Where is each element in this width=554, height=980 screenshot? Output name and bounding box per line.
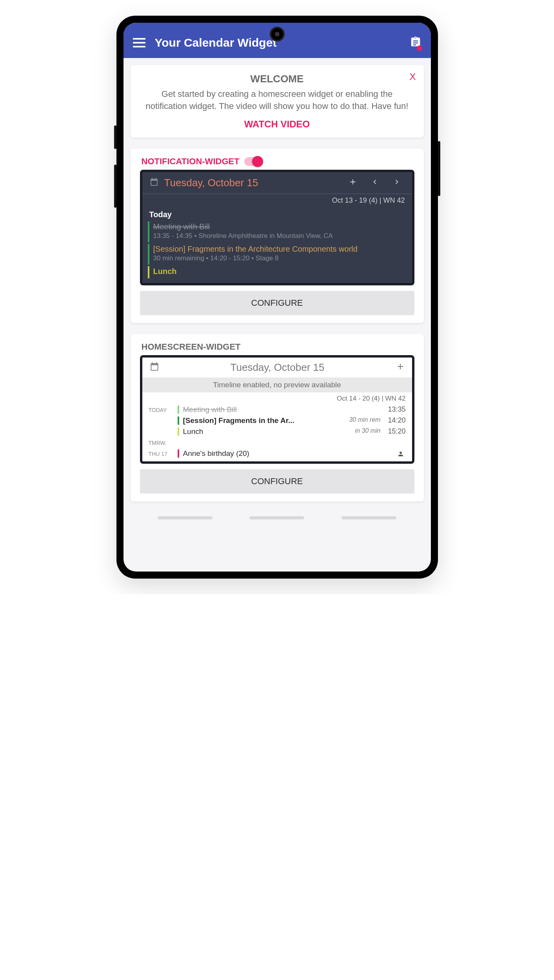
add-icon[interactable]: [345, 178, 361, 188]
notification-widget-preview: Tuesday, October 15 Oct 13 - 19 (4) | WN…: [140, 170, 414, 285]
notification-toggle[interactable]: [244, 157, 262, 166]
event-time: 13:35: [385, 405, 406, 414]
configure-homescreen-button[interactable]: CONFIGURE: [140, 469, 414, 494]
calendar-icon: [149, 177, 159, 188]
day-label: [149, 427, 174, 429]
event-title: Meeting with Bill: [153, 222, 407, 231]
event-note: 30 min rem: [345, 416, 381, 423]
event-title: [Session] Fragments in the Architecture …: [153, 245, 407, 254]
notification-widget-card: NOTIFICATION-WIDGET Tuesday, October 15: [131, 149, 424, 323]
event-item[interactable]: Meeting with Bill13:35 - 14:35 • Shoreli…: [148, 221, 407, 242]
homescreen-widget-card: HOMESCREEN-WIDGET Tuesday, October 15 Ti…: [131, 334, 424, 501]
event-item[interactable]: [Session] Fragments in the Architecture …: [148, 244, 407, 265]
welcome-body: Get started by creating a homescreen wid…: [140, 88, 414, 113]
configure-notification-button[interactable]: CONFIGURE: [140, 291, 414, 315]
calendar-icon: [149, 361, 160, 373]
notification-widget-label: NOTIFICATION-WIDGET: [142, 156, 240, 167]
event-color-bar: [178, 405, 179, 414]
close-icon[interactable]: X: [409, 71, 416, 82]
notification-dot: [417, 45, 422, 51]
widget-range: Oct 14 - 20 (4) | WN 42: [142, 392, 412, 404]
day-label: TMRW.: [149, 438, 174, 446]
event-color-bar: [178, 416, 179, 425]
event-row[interactable]: TODAYMeeting with Bill13:35: [142, 404, 412, 415]
add-icon[interactable]: [396, 362, 405, 373]
event-color-bar: [178, 449, 179, 458]
chevron-right-icon[interactable]: [389, 178, 405, 188]
homescreen-widget-preview: Tuesday, October 15 Timeline enabled, no…: [140, 355, 414, 464]
event-title: Meeting with Bill: [183, 405, 341, 414]
event-subtitle: 13:35 - 14:35 • Shoreline Amphitheatre i…: [153, 232, 407, 240]
widget-date: Tuesday, October 15: [165, 361, 390, 374]
event-time: 15:20: [385, 427, 406, 436]
day-label: THU 17: [149, 449, 174, 457]
event-subtitle: 30 min remaining • 14:20 - 15:20 • Stage…: [153, 254, 407, 262]
clipboard-icon[interactable]: [410, 35, 421, 50]
person-icon: [397, 450, 404, 459]
day-label: TODAY: [149, 405, 174, 413]
nav-recent[interactable]: [158, 516, 213, 519]
widget-date: Tuesday, October 15: [164, 177, 339, 189]
event-row[interactable]: TMRW.: [142, 437, 412, 448]
system-nav-bar: [124, 508, 431, 527]
welcome-heading: WELCOME: [140, 73, 414, 85]
event-title: [Session] Fragments in the Ar...: [183, 416, 341, 425]
event-title: Lunch: [183, 427, 341, 436]
today-label: Today: [148, 209, 407, 221]
welcome-card: X WELCOME Get started by creating a home…: [131, 65, 424, 138]
nav-back[interactable]: [341, 516, 396, 519]
event-title: Lunch: [153, 267, 407, 276]
menu-icon[interactable]: [133, 38, 145, 47]
homescreen-widget-label: HOMESCREEN-WIDGET: [142, 342, 241, 352]
watch-video-button[interactable]: WATCH VIDEO: [140, 119, 414, 130]
timeline-banner: Timeline enabled, no preview available: [142, 377, 412, 392]
widget-range: Oct 13 - 19 (4) | WN 42: [142, 194, 412, 209]
event-item[interactable]: Lunch: [148, 266, 407, 278]
event-row[interactable]: THU 17Anne's birthday (20): [142, 448, 412, 459]
event-row[interactable]: Lunchin 30 min15:20: [142, 426, 412, 437]
event-time: 14:20: [385, 416, 406, 425]
chevron-left-icon[interactable]: [367, 178, 383, 188]
event-title: Anne's birthday (20): [183, 449, 341, 458]
nav-home[interactable]: [249, 516, 304, 519]
event-row[interactable]: [Session] Fragments in the Ar...30 min r…: [142, 415, 412, 426]
event-note: in 30 min: [345, 427, 381, 434]
event-color-bar: [178, 427, 179, 436]
day-label: [149, 416, 174, 418]
